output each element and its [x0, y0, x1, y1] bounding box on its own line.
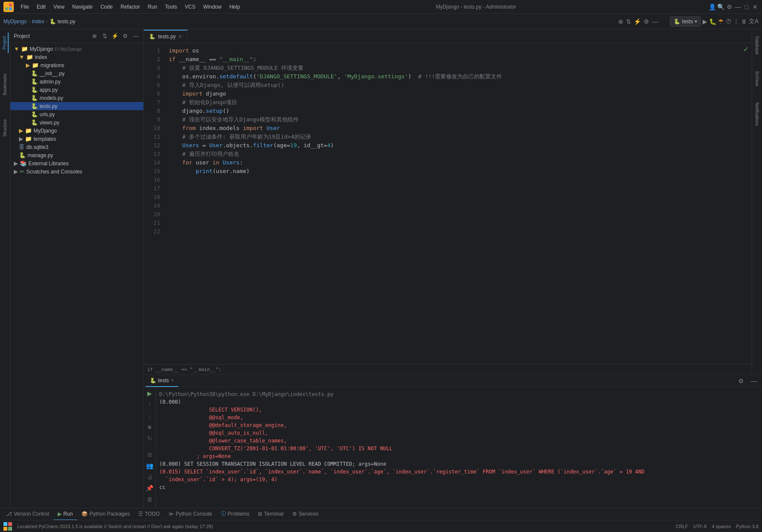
run-button[interactable]: ▶	[703, 18, 707, 25]
tree-root-mydjango[interactable]: ▼ 📁 MyDjango D:\MyDjango	[10, 45, 143, 53]
status-crlf[interactable]: CRLF	[675, 524, 688, 529]
bottom-tab-problems[interactable]: ⓘ Problems	[217, 508, 254, 520]
windows-logo[interactable]	[3, 522, 12, 531]
menu-file[interactable]: File	[17, 2, 32, 12]
left-tab-project[interactable]: Project	[1, 33, 9, 53]
run-stop-btn[interactable]: ■	[145, 422, 155, 432]
menu-code[interactable]: Code	[97, 2, 116, 12]
new-file-btn[interactable]: ⊕	[90, 32, 99, 40]
tree-folder-index[interactable]: ▼ 📁 index	[10, 53, 143, 61]
left-tab-bookmarks[interactable]: Bookmarks	[2, 70, 8, 99]
status-python[interactable]: Python 3.8	[736, 524, 759, 529]
profile-button[interactable]: ⏱	[725, 18, 731, 25]
menu-vcs[interactable]: VCS	[181, 2, 199, 12]
run-sidebar: ▶ ↑ ↓ ■ ↻ ⊞ 👥 🖨 📌 🗑	[144, 387, 156, 508]
settings-icon[interactable]: ⚙	[726, 3, 733, 10]
bottom-tab-terminal[interactable]: ⊞ Terminal	[254, 508, 288, 520]
menu-view[interactable]: View	[50, 2, 68, 12]
tree-folder-templates[interactable]: ▶ 📁 templates	[10, 135, 143, 143]
menu-help[interactable]: Help	[226, 2, 244, 12]
run-config-selector[interactable]: 🐍 tests ▾	[670, 16, 700, 27]
code-content[interactable]: import os if __name__ == "__main__": # 设…	[165, 43, 752, 364]
tree-db-sqlite3[interactable]: 🗄 db.sqlite3	[10, 143, 143, 151]
close-panel-icon[interactable]: —	[652, 18, 658, 25]
run-output-10: (0.015) SELECT `index_user`.`id`, `index…	[159, 468, 759, 476]
run-up-btn[interactable]: ↑	[145, 400, 155, 409]
project-settings-btn[interactable]: ⚙	[121, 32, 130, 40]
run-pin-btn[interactable]: 📌	[145, 483, 155, 493]
restore-button[interactable]: □	[743, 3, 750, 10]
bottom-tab-console[interactable]: ≫ Python Console	[164, 508, 217, 520]
collapse-btn[interactable]: ⇅	[100, 32, 109, 40]
breadcrumb-file[interactable]: tests.py	[58, 19, 75, 25]
run-down-btn[interactable]: ↓	[145, 411, 155, 421]
run-panel-settings[interactable]: ⚙	[735, 377, 747, 384]
bottom-tab-services[interactable]: ⚙ Services	[288, 508, 323, 520]
tests-file-icon: 🐍	[31, 103, 38, 109]
tree-init-py[interactable]: 🐍 __init__.py	[10, 69, 143, 77]
close-project-btn[interactable]: —	[131, 32, 140, 40]
bottom-tab-run[interactable]: ▶ Run	[53, 508, 77, 520]
run-panel-minimize[interactable]: —	[747, 377, 760, 384]
tree-views-py[interactable]: 🐍 views.py	[10, 118, 143, 127]
code-editor[interactable]: 1 2 3 ▶ 4 5 6 7 8 9 10 11 12 13	[144, 43, 752, 364]
tree-manage-py[interactable]: 🐍 manage.py	[10, 151, 143, 159]
add-files-icon[interactable]: ⊕	[618, 18, 623, 25]
menu-edit[interactable]: Edit	[33, 2, 49, 12]
tree-models-py[interactable]: 🐍 models.py	[10, 94, 143, 102]
tree-scratches[interactable]: ▶ ✏ Scratches and Consoles	[10, 167, 143, 176]
run-play-btn[interactable]: ▶	[145, 389, 155, 398]
run-trash-btn[interactable]: 🗑	[145, 495, 155, 504]
services-icon: ⚙	[292, 511, 297, 517]
locate-btn[interactable]: ⚡	[111, 32, 119, 40]
sort-icon[interactable]: ⇅	[626, 18, 631, 25]
right-tab-notifications[interactable]: Notifications	[754, 99, 760, 129]
breadcrumb-project[interactable]: MyDjango	[3, 19, 27, 25]
run-print-btn[interactable]: 🖨	[145, 472, 155, 482]
status-indent[interactable]: 4 spaces	[712, 524, 731, 529]
menu-window[interactable]: Window	[200, 2, 225, 12]
more-run-options[interactable]: ⋮	[733, 18, 739, 25]
run-tab-active[interactable]: 🐍 tests ✕	[146, 375, 178, 387]
breadcrumb-index[interactable]: index	[32, 19, 44, 25]
debug-button[interactable]: 🐛	[709, 18, 716, 25]
close-button[interactable]: ✕	[752, 3, 759, 10]
scratches-folder-icon: ✏	[20, 168, 25, 175]
notification-text[interactable]: Localized PyCharm 2023.1.5 is available …	[17, 524, 213, 529]
run-output[interactable]: D:\Python\Python38\python.exe D:\MyDjang…	[156, 387, 762, 508]
translate-icon[interactable]: 文A	[749, 18, 759, 25]
pause-button[interactable]: ⏸	[741, 18, 747, 25]
tree-migrations[interactable]: ▶ 📁 migrations	[10, 61, 143, 69]
settings-nav-icon[interactable]: ⚙	[644, 18, 649, 25]
tree-tests-py[interactable]: 🐍 tests.py	[10, 102, 143, 110]
run-tab-close[interactable]: ✕	[170, 378, 174, 383]
tree-external-libs[interactable]: ▶ 📚 External Libraries	[10, 159, 143, 167]
menu-tools[interactable]: Tools	[161, 2, 180, 12]
left-tab-structure[interactable]: Structure	[2, 116, 8, 140]
menu-run[interactable]: Run	[144, 2, 161, 12]
run-user-btn[interactable]: 👥	[145, 461, 155, 470]
bottom-tab-packages[interactable]: 📦 Python Packages	[77, 508, 134, 520]
filter-icon[interactable]: ⚡	[634, 18, 641, 25]
right-tab-database[interactable]: Database	[754, 33, 760, 58]
run-layout-btn[interactable]: ⊞	[145, 450, 155, 459]
status-encoding[interactable]: UTF-8	[693, 524, 706, 529]
right-tab-sciview[interactable]: SciView	[754, 68, 760, 90]
run-rerun-btn[interactable]: ↻	[145, 433, 155, 443]
coverage-button[interactable]: ☂	[718, 18, 724, 25]
tree-apps-py[interactable]: 🐍 apps.py	[10, 86, 143, 94]
menu-bar[interactable]: File Edit View Navigate Code Refactor Ru…	[17, 2, 243, 12]
tree-urls-py[interactable]: 🐍 urls.py	[10, 110, 143, 118]
editor-tab-tests[interactable]: 🐍 tests.py ✕	[144, 30, 188, 43]
tree-folder-mydjango2[interactable]: ▶ 📁 MyDjango	[10, 127, 143, 135]
run-config-icon: 🐍	[674, 19, 680, 25]
menu-refactor[interactable]: Refactor	[117, 2, 143, 12]
menu-navigate[interactable]: Navigate	[69, 2, 96, 12]
minimize-button[interactable]: —	[734, 3, 741, 10]
bottom-tab-vcs[interactable]: ⎇ Version Control	[2, 508, 53, 520]
tree-admin-py[interactable]: 🐍 admin.py	[10, 77, 143, 86]
bottom-tab-todo[interactable]: ☰ TODO	[134, 508, 164, 520]
tab-close-btn[interactable]: ✕	[178, 34, 182, 40]
user-icon[interactable]: 👤	[709, 3, 716, 10]
search-icon[interactable]: 🔍	[717, 3, 724, 10]
